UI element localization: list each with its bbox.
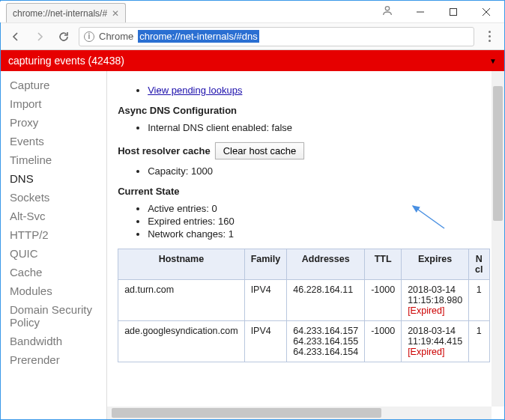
sidebar-item-bandwidth[interactable]: Bandwidth [1, 332, 106, 350]
state-item: Expired entries: 160 [148, 216, 481, 227]
sidebar-item-events[interactable]: Events [1, 132, 106, 150]
forward-button[interactable] [31, 28, 49, 46]
pending-lookups-link[interactable]: View pending lookups [148, 85, 242, 96]
address-bar[interactable]: i Chrome chrome://net-internals/#dns [79, 27, 474, 46]
host-cache-label: Host resolver cache [118, 145, 211, 156]
table-row: ade.googlesyndication.comIPV464.233.164.… [118, 321, 489, 362]
sidebar-item-domain-security-policy[interactable]: Domain Security Policy [1, 300, 106, 332]
url-text: chrome://net-internals/#dns [138, 30, 259, 43]
sidebar: CaptureImportProxyEventsTimelineDNSSocke… [1, 71, 107, 419]
sidebar-item-modules[interactable]: Modules [1, 281, 106, 300]
scheme-label: Chrome [99, 31, 133, 42]
table-row: ad.turn.comIPV446.228.164.11-10002018-03… [118, 280, 489, 321]
dns-cache-table: HostnameFamilyAddressesTTLExpiresN cl ad… [118, 249, 489, 362]
table-header: TTL [365, 249, 402, 280]
sidebar-item-dns[interactable]: DNS [1, 169, 106, 188]
sidebar-item-http-2[interactable]: HTTP/2 [1, 225, 106, 244]
table-header: Family [244, 249, 287, 280]
sidebar-item-sockets[interactable]: Sockets [1, 188, 106, 207]
sidebar-item-alt-svc[interactable]: Alt-Svc [1, 207, 106, 225]
reload-button[interactable] [55, 28, 73, 46]
clear-host-cache-button[interactable]: Clear host cache [215, 142, 305, 159]
site-info-icon[interactable]: i [84, 31, 94, 42]
async-dns-heading: Async DNS Configuration [118, 105, 481, 116]
svg-point-0 [385, 7, 389, 10]
sidebar-item-import[interactable]: Import [1, 94, 106, 113]
sidebar-item-prerender[interactable]: Prerender [1, 350, 106, 369]
browser-tab[interactable]: chrome://net-internals/# ✕ [6, 3, 126, 22]
async-dns-item: Internal DNS client enabled: false [148, 122, 481, 133]
svg-rect-2 [450, 8, 457, 15]
user-icon[interactable] [381, 4, 393, 19]
sidebar-item-proxy[interactable]: Proxy [1, 113, 106, 132]
close-tab-icon[interactable]: ✕ [112, 8, 119, 19]
horizontal-scrollbar[interactable] [107, 407, 492, 419]
state-item: Network changes: 1 [148, 228, 481, 240]
sidebar-item-quic[interactable]: QUIC [1, 244, 106, 263]
table-header: Hostname [118, 249, 245, 280]
browser-menu-button[interactable] [480, 28, 498, 46]
vertical-scrollbar[interactable] [492, 71, 504, 407]
sidebar-item-cache[interactable]: Cache [1, 263, 106, 281]
minimize-button[interactable] [404, 1, 437, 22]
main-panel: View pending lookups Async DNS Configura… [107, 71, 492, 362]
current-state-heading: Current State [118, 186, 481, 197]
close-window-button[interactable] [470, 1, 503, 22]
dropdown-icon[interactable]: ▼ [489, 57, 497, 65]
state-item: Active entries: 0 [148, 203, 481, 214]
capture-status-bar[interactable]: capturing events (42438) ▼ [1, 50, 504, 71]
maximize-button[interactable] [437, 1, 470, 22]
sidebar-item-capture[interactable]: Capture [1, 76, 106, 94]
tab-title: chrome://net-internals/# [13, 8, 107, 19]
back-button[interactable] [7, 28, 25, 46]
browser-toolbar: i Chrome chrome://net-internals/#dns [1, 23, 504, 50]
table-header: N cl [469, 249, 489, 280]
sidebar-item-timeline[interactable]: Timeline [1, 150, 106, 169]
capture-status-text: capturing events (42438) [8, 55, 124, 67]
table-header: Addresses [287, 249, 365, 280]
capacity-item: Capacity: 1000 [148, 165, 481, 177]
table-header: Expires [402, 249, 469, 280]
